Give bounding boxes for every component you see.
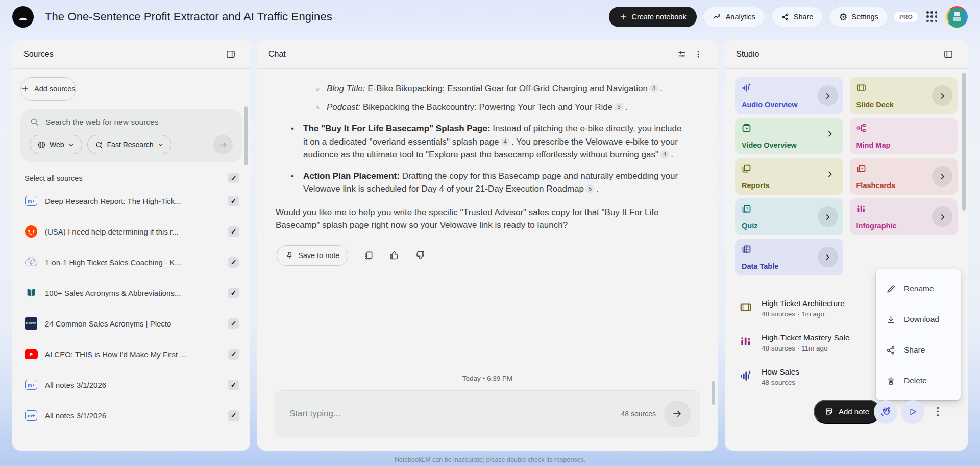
source-count-label: 48 sources [621,410,656,418]
chevron-down-icon [157,142,164,148]
notebook-doc-icon: m+ [25,410,37,421]
source-row[interactable]: 100+ Sales Acronyms & Abbreviations... ✓ [20,277,242,308]
note-meta: 48 sources [762,379,799,386]
chat-sub-bullet: ○ Podcast: Bikepacking the Backcountry: … [315,101,673,114]
chevron-right-icon[interactable] [818,85,838,106]
citation-chip[interactable]: 5 [585,184,595,193]
notebooklm-logo-icon[interactable] [12,6,34,28]
context-menu-download[interactable]: Download [876,304,961,335]
source-checkbox[interactable]: ✓ [228,257,239,268]
note-title: How Sales [762,367,799,377]
chevron-right-icon[interactable] [818,206,838,227]
source-row[interactable]: m+ All notes 3/1/2026 ✓ [20,400,242,431]
add-sources-button[interactable]: Add sources [20,77,76,101]
note-meta: 48 sources · 11m ago [762,344,850,352]
source-checkbox[interactable]: ✓ [228,349,239,360]
search-input[interactable]: Search the web for new sources [30,117,233,127]
chat-message-area[interactable]: ○ Blog Title: E-Bike Bikepacking: Essent… [257,69,718,375]
source-row[interactable]: 1-on-1 High Ticket Sales Coaching - K...… [20,247,242,277]
download-icon [886,315,896,324]
share-label: Share [794,13,814,21]
sources-scrollbar[interactable] [244,106,248,165]
tile-mind-map[interactable]: Mind Map [850,118,958,154]
source-row[interactable]: m+ All notes 3/1/2026 ✓ [20,369,242,400]
chevron-right-icon[interactable] [826,130,834,138]
context-menu-rename[interactable]: Rename [876,273,961,304]
tile-reports[interactable]: Reports [735,158,843,195]
source-row[interactable]: PLECTO 24 Common Sales Acronyms | Plecto… [20,308,242,339]
note-more-menu-icon[interactable] [933,405,943,418]
chat-bullet: • The "Buy It For Life Basecamp" Splash … [291,122,687,161]
chat-input[interactable]: Start typing... 48 sources [275,390,700,437]
chat-settings-icon[interactable] [674,46,690,62]
add-note-button[interactable]: Add note [814,400,880,424]
tile-flashcards[interactable]: Flashcards [850,158,958,195]
robot-avatar-image [953,12,961,21]
citation-chip[interactable]: 4 [660,150,669,159]
pencil-icon [886,284,896,294]
save-to-note-button[interactable]: Save to note [277,245,348,266]
source-row[interactable]: (USA) I need help determining if this r.… [20,216,242,247]
chat-more-menu-icon[interactable] [690,46,706,62]
search-submit-button[interactable] [213,135,233,154]
interactive-mode-button[interactable] [874,400,897,424]
tile-audio-overview[interactable]: Audio Overview [735,77,843,114]
citation-chip[interactable]: 3 [649,84,658,93]
tile-slide-deck[interactable]: Slide Deck [850,77,958,114]
chevron-right-icon[interactable] [932,85,952,106]
tile-video-overview[interactable]: Video Overview [735,118,843,154]
chevron-right-icon[interactable] [826,170,834,178]
chevron-right-icon[interactable] [932,166,952,187]
chat-input-placeholder: Start typing... [289,409,621,419]
copy-icon[interactable] [363,250,374,261]
podcast-text: Bikepacking the Backcountry: Powering Yo… [360,102,612,112]
tile-infographic[interactable]: Infographic [850,198,958,235]
source-title: Deep Research Report: The High-Tick... [45,197,221,205]
web-filter-dropdown[interactable]: Web [30,135,82,154]
context-menu-share[interactable]: Share [876,335,961,365]
thumbs-up-icon[interactable] [389,250,400,261]
share-button[interactable]: Share [771,7,823,27]
book-icon [24,286,38,299]
gear-icon: ⚙ [839,12,847,22]
source-checkbox[interactable]: ✓ [228,380,239,390]
chevron-right-icon[interactable] [932,206,952,227]
source-checkbox[interactable]: ✓ [228,410,239,421]
tile-data-table[interactable]: Data Table [735,239,843,275]
download-label: Download [904,315,939,324]
source-row[interactable]: AI CEO: THIS is How I'd Make My First ..… [20,339,242,369]
context-menu-delete[interactable]: Delete [876,365,961,396]
plus-icon [619,13,627,21]
source-checkbox[interactable]: ✓ [228,318,239,329]
collapse-sources-panel-icon[interactable] [223,46,239,62]
web-filter-label: Web [50,141,64,149]
citation-chip[interactable]: 3 [614,103,623,111]
select-all-checkbox[interactable]: ✓ [228,173,239,183]
settings-button[interactable]: ⚙ Settings [829,7,888,27]
source-checkbox[interactable]: ✓ [228,196,239,206]
tile-quiz[interactable]: ? Quiz [735,198,843,235]
chat-panel-title: Chat [268,50,286,59]
create-notebook-button[interactable]: Create notebook [609,7,696,27]
google-apps-grid-icon[interactable] [924,9,940,25]
video-overview-icon [741,123,752,133]
play-button[interactable] [901,400,924,424]
account-avatar[interactable] [946,6,968,28]
chevron-right-icon[interactable] [818,247,838,267]
source-checkbox[interactable]: ✓ [228,226,239,237]
flashcards-icon [856,163,867,174]
chat-scrollbar[interactable] [712,381,715,405]
citation-chip[interactable]: 4 [501,137,510,146]
source-row[interactable]: m+ Deep Research Report: The High-Tick..… [20,185,242,216]
notebook-title[interactable]: The One-Sentence Profit Extractor and AI… [45,10,332,24]
source-checkbox[interactable]: ✓ [228,288,239,298]
send-message-button[interactable] [664,401,691,427]
research-mode-dropdown[interactable]: Fast Research [87,135,172,154]
studio-scrollbar[interactable] [962,73,966,211]
studio-panel-title: Studio [736,50,759,59]
tile-label: Data Table [742,262,778,270]
thumbs-down-icon[interactable] [415,250,426,261]
collapse-studio-panel-icon[interactable] [940,46,957,62]
pro-badge: PRO [894,12,918,22]
analytics-button[interactable]: Analytics [703,7,765,27]
